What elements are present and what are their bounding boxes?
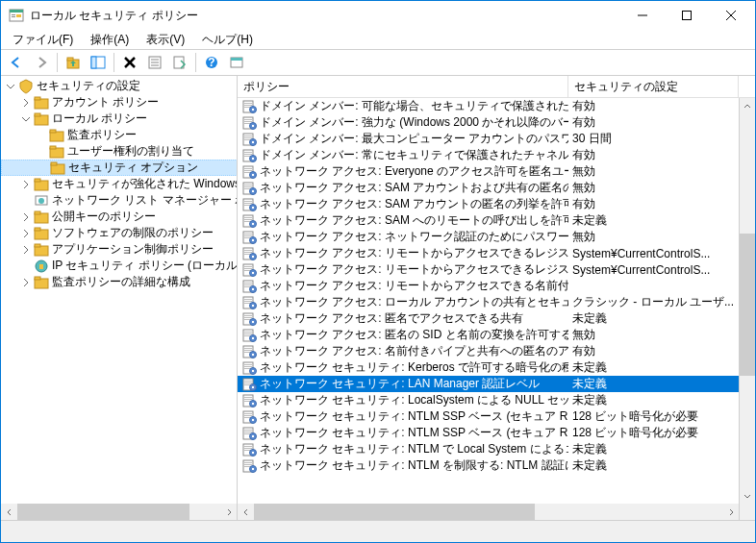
- svg-rect-107: [252, 256, 254, 258]
- list-row[interactable]: ネットワーク アクセス: 匿名の SID と名前の変換を許可する無効: [238, 327, 755, 343]
- scroll-thumb[interactable]: [740, 234, 755, 375]
- svg-rect-101: [252, 239, 254, 241]
- setting-cell: 128 ビット暗号化が必要: [568, 425, 739, 441]
- folder-icon: [34, 111, 49, 127]
- policy-cell: ネットワーク アクセス: リモートからアクセスできるレジストリのパス: [238, 245, 568, 261]
- tree-security-options[interactable]: セキュリティ オプション: [1, 160, 238, 176]
- scroll-left-button[interactable]: [1, 504, 17, 520]
- menu-view[interactable]: 表示(V): [139, 31, 192, 49]
- scroll-up-button[interactable]: [740, 98, 755, 114]
- tree-public-key[interactable]: 公開キーのポリシー: [1, 209, 238, 225]
- svg-rect-73: [244, 168, 252, 169]
- window-title: ローカル セキュリティ ポリシー: [30, 8, 620, 24]
- list-row[interactable]: ネットワーク アクセス: Everyone のアクセス許可を匿名ユーザーに適..…: [238, 163, 755, 180]
- policy-text: ネットワーク セキュリティ: NTLM SSP ベース (セキュア RPC を含…: [260, 408, 568, 425]
- back-button[interactable]: [5, 51, 28, 74]
- expander-icon[interactable]: [18, 226, 34, 241]
- list-row[interactable]: ドメイン メンバー: 最大コンピューター アカウントのパスワードの有効期間30 …: [238, 131, 755, 147]
- list-row[interactable]: ネットワーク アクセス: リモートからアクセスできるレジストリのパスSystem…: [238, 245, 755, 261]
- forward-button[interactable]: [30, 51, 53, 74]
- list-row[interactable]: ネットワーク アクセス: SAM へのリモートの呼び出しを許可するクライ...未…: [238, 212, 755, 229]
- expander-icon[interactable]: [18, 177, 34, 192]
- tree-hscroll[interactable]: [1, 504, 237, 520]
- show-hide-tree-button[interactable]: [87, 51, 110, 74]
- policy-icon: [241, 311, 257, 327]
- svg-rect-1: [10, 10, 23, 12]
- setting-cell: クラシック - ローカル ユーザ...: [568, 294, 739, 310]
- col-policy-header[interactable]: ポリシー: [238, 76, 568, 97]
- list-row[interactable]: ネットワーク セキュリティ: NTLM で Local System によるコン…: [238, 441, 755, 457]
- expander-icon[interactable]: [18, 111, 34, 127]
- list-row[interactable]: ネットワーク アクセス: 名前付きパイプと共有への匿名のアクセスを制...有効: [238, 343, 755, 359]
- tree-audit-policy[interactable]: 監査ポリシー: [1, 127, 238, 143]
- svg-rect-65: [252, 141, 254, 143]
- list-row[interactable]: ネットワーク セキュリティ: LAN Manager 認証レベル未定義: [238, 376, 755, 392]
- folder-icon: [49, 128, 64, 143]
- list-row[interactable]: ドメイン メンバー: 可能な場合、セキュリティで保護されたチャネルのデ...有効: [238, 98, 755, 114]
- svg-rect-121: [244, 299, 252, 300]
- menu-help[interactable]: ヘルプ(H): [194, 31, 261, 49]
- menu-file[interactable]: ファイル(F): [5, 31, 81, 49]
- list-vscroll[interactable]: [739, 98, 755, 504]
- svg-rect-103: [244, 250, 252, 251]
- tree-advanced-audit[interactable]: 監査ポリシーの詳細な構成: [1, 274, 238, 290]
- close-button[interactable]: [709, 1, 753, 30]
- svg-rect-95: [252, 223, 254, 225]
- list-row[interactable]: ネットワーク アクセス: SAM アカウントおよび共有の匿名の列挙を許...無効: [238, 180, 755, 196]
- tree-firewall[interactable]: セキュリティが強化された Windows Defer: [1, 176, 238, 192]
- scroll-down-button[interactable]: [740, 487, 755, 504]
- scroll-track[interactable]: [740, 114, 755, 487]
- delete-button[interactable]: [118, 51, 141, 74]
- list-hscroll[interactable]: [238, 504, 755, 520]
- list-row[interactable]: ネットワーク セキュリティ: NTLM SSP ベース (セキュア RPC を含…: [238, 408, 755, 425]
- col-setting-header[interactable]: セキュリティの設定: [568, 76, 739, 97]
- scroll-thumb[interactable]: [254, 504, 535, 520]
- policy-cell: ネットワーク アクセス: リモートからアクセスできるレジストリのパスおよ...: [238, 261, 568, 278]
- list-row[interactable]: ネットワーク アクセス: ローカル アカウントの共有とセキュリティ モデルクラシ…: [238, 294, 755, 310]
- tree-ipsec[interactable]: IP セキュリティ ポリシー (ローカル コンピュー: [1, 258, 238, 274]
- svg-point-37: [38, 198, 44, 204]
- scroll-track[interactable]: [17, 504, 220, 520]
- scroll-right-button[interactable]: [220, 504, 237, 520]
- list-row[interactable]: ドメイン メンバー: 強力な (Windows 2000 かそれ以降のバージョン…: [238, 114, 755, 131]
- tree-software-restriction[interactable]: ソフトウェアの制限のポリシー: [1, 225, 238, 241]
- list-row[interactable]: ネットワーク アクセス: 匿名でアクセスできる共有未定義: [238, 310, 755, 327]
- list-row[interactable]: ネットワーク セキュリティ: LocalSystem による NULL セッショ…: [238, 392, 755, 408]
- expander-icon[interactable]: [18, 275, 34, 290]
- properties-button[interactable]: [143, 51, 166, 74]
- list-row[interactable]: ネットワーク アクセス: リモートからアクセスできるレジストリのパスおよ...S…: [238, 261, 755, 278]
- policy-text: ネットワーク アクセス: 名前付きパイプと共有への匿名のアクセスを制...: [260, 343, 568, 359]
- list-row[interactable]: ネットワーク アクセス: SAM アカウントの匿名の列挙を許可しない有効: [238, 196, 755, 212]
- tree-account-policy[interactable]: アカウント ポリシー: [1, 94, 238, 111]
- expander-icon[interactable]: [3, 79, 18, 94]
- policy-cell: ネットワーク セキュリティ: LocalSystem による NULL セッショ…: [238, 392, 568, 408]
- scroll-right-button[interactable]: [722, 504, 739, 520]
- tree-local-policy[interactable]: ローカル ポリシー: [1, 111, 238, 127]
- expander-icon[interactable]: [18, 210, 34, 225]
- list-row[interactable]: ネットワーク アクセス: リモートからアクセスできる名前付きパイプ: [238, 278, 755, 294]
- tree-root[interactable]: セキュリティの設定: [1, 78, 238, 94]
- list-row[interactable]: ネットワーク セキュリティ: Kerberos で許可する暗号化の種類を構成..…: [238, 359, 755, 376]
- maximize-button[interactable]: [665, 1, 709, 30]
- svg-rect-134: [244, 333, 252, 334]
- menu-action[interactable]: 操作(A): [83, 31, 137, 49]
- svg-rect-170: [244, 432, 252, 432]
- expander-icon[interactable]: [18, 95, 34, 111]
- list-row[interactable]: ネットワーク セキュリティ: NTLM SSP ベース (セキュア RPC を含…: [238, 425, 755, 441]
- list-row[interactable]: ネットワーク セキュリティ: NTLM を制限する: NTLM 認証に対するリ.…: [238, 457, 755, 474]
- setting-cell: 未定義: [568, 441, 739, 457]
- list-row[interactable]: ネットワーク アクセス: ネットワーク認証のためにパスワードおよび資格...無効: [238, 229, 755, 245]
- tree-user-rights[interactable]: ユーザー権利の割り当て: [1, 143, 238, 160]
- expander-icon[interactable]: [18, 242, 34, 258]
- list-row[interactable]: ドメイン メンバー: 常にセキュリティで保護されたチャネルのデータをデジ...有…: [238, 147, 755, 163]
- export-button[interactable]: [168, 51, 191, 74]
- scroll-left-button[interactable]: [238, 504, 254, 520]
- tree-network-list[interactable]: ネットワーク リスト マネージャー ポリシー: [1, 192, 238, 209]
- scroll-thumb[interactable]: [17, 504, 189, 520]
- minimize-button[interactable]: [620, 1, 665, 30]
- tree-app-control[interactable]: アプリケーション制御ポリシー: [1, 241, 238, 258]
- up-button[interactable]: [62, 51, 85, 74]
- scroll-track[interactable]: [254, 504, 722, 520]
- refresh-button[interactable]: [225, 51, 248, 74]
- help-button[interactable]: ?: [200, 51, 223, 74]
